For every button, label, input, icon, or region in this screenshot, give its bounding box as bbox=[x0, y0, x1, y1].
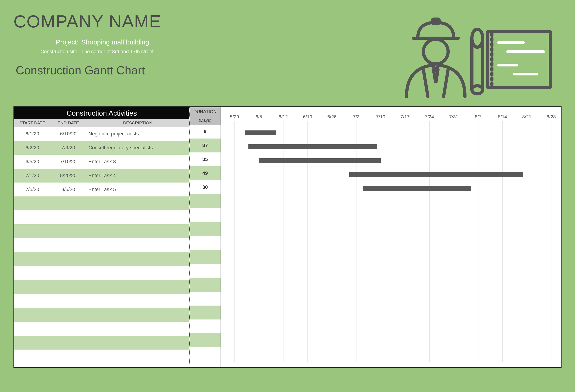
table-row[interactable] bbox=[14, 294, 189, 308]
timeline-tick: 6/5 bbox=[256, 114, 262, 119]
cell-desc: Consult regulatory specialists bbox=[86, 145, 189, 151]
site-row: Construction site: The corner of 3rd and… bbox=[27, 49, 389, 55]
gantt-row bbox=[221, 126, 561, 140]
duration-cell bbox=[190, 278, 220, 292]
site-value: The corner of 3rd and 17th street bbox=[81, 49, 154, 55]
duration-cell bbox=[190, 194, 220, 208]
gantt-row bbox=[221, 335, 561, 349]
table-row[interactable] bbox=[14, 308, 189, 322]
duration-panel: DURATION (Days) 937354930 bbox=[190, 107, 221, 367]
duration-cell bbox=[190, 264, 220, 278]
timeline-tick: 8/28 bbox=[547, 114, 556, 119]
header: COMPANY NAME Project: Shopping mall buil… bbox=[13, 11, 562, 100]
gantt-row bbox=[221, 349, 561, 363]
table-row[interactable] bbox=[14, 252, 189, 266]
duration-cell bbox=[190, 250, 220, 264]
cell-end: 7/10/20 bbox=[50, 159, 86, 164]
cell-desc: Enter Task 4 bbox=[86, 173, 189, 179]
timeline-tick: 8/7 bbox=[475, 114, 481, 119]
table-row[interactable] bbox=[14, 224, 189, 238]
cell-end: 6/10/20 bbox=[50, 131, 86, 137]
table-row[interactable] bbox=[14, 280, 189, 294]
timeline-tick: 8/14 bbox=[498, 114, 507, 119]
cell-start: 6/5/20 bbox=[14, 159, 50, 164]
table-row[interactable] bbox=[14, 349, 189, 364]
gantt-bar[interactable] bbox=[363, 186, 471, 191]
gantt-bar[interactable] bbox=[259, 158, 381, 163]
svg-point-3 bbox=[472, 86, 483, 94]
table-row[interactable]: 6/2/207/9/20Consult regulatory specialis… bbox=[14, 141, 189, 155]
table-row[interactable] bbox=[14, 238, 189, 252]
table-row[interactable] bbox=[14, 210, 189, 224]
site-label: Construction site: bbox=[27, 49, 79, 55]
gantt-row bbox=[221, 196, 561, 209]
activities-panel: Construction Activities START DATE END D… bbox=[14, 107, 190, 367]
table-row[interactable]: 6/5/207/10/20Enter Task 3 bbox=[14, 155, 189, 169]
gantt-panel: 5/296/56/126/196/267/37/107/177/247/318/… bbox=[221, 107, 561, 367]
project-value: Shopping mall building bbox=[81, 38, 149, 46]
duration-cell: 30 bbox=[190, 180, 220, 194]
gantt-row bbox=[221, 140, 561, 154]
svg-rect-4 bbox=[487, 31, 550, 88]
duration-cell: 9 bbox=[190, 125, 220, 138]
gantt-row bbox=[221, 293, 561, 307]
svg-point-1 bbox=[423, 39, 448, 64]
gantt-row bbox=[221, 265, 561, 279]
gantt-row bbox=[221, 154, 561, 168]
duration-cell bbox=[190, 222, 220, 236]
duration-cell bbox=[190, 333, 220, 347]
activity-rows: 6/1/206/10/20Negotiate project costs6/2/… bbox=[14, 127, 189, 364]
table-row[interactable] bbox=[14, 322, 189, 336]
project-row: Project: Shopping mall building bbox=[27, 38, 389, 46]
table-row[interactable]: 6/1/206/10/20Negotiate project costs bbox=[14, 127, 189, 141]
timeline-tick: 7/17 bbox=[401, 114, 410, 119]
table-row[interactable] bbox=[14, 266, 189, 280]
duration-cell bbox=[190, 292, 220, 306]
table-row[interactable]: 7/1/208/20/20Enter Task 4 bbox=[14, 169, 189, 183]
table-row[interactable]: 7/5/208/5/20Enter Task 5 bbox=[14, 183, 189, 196]
cell-end: 7/9/20 bbox=[50, 145, 86, 151]
timeline-tick: 7/31 bbox=[449, 114, 458, 119]
gantt-row bbox=[221, 251, 561, 265]
gantt-row bbox=[221, 307, 561, 321]
gantt-row bbox=[221, 223, 561, 237]
cell-start: 6/1/20 bbox=[14, 131, 50, 137]
chart-title: Construction Gantt Chart bbox=[16, 64, 389, 77]
table-row[interactable] bbox=[14, 196, 189, 210]
gantt-chart-container: Construction Activities START DATE END D… bbox=[13, 106, 562, 368]
col-start-header: START DATE bbox=[14, 120, 50, 125]
timeline-tick: 7/10 bbox=[376, 114, 385, 119]
timeline-tick: 6/26 bbox=[327, 114, 336, 119]
table-row[interactable] bbox=[14, 336, 189, 349]
project-label: Project: bbox=[27, 38, 79, 46]
gantt-timeline-header: 5/296/56/126/196/267/37/107/177/247/318/… bbox=[221, 107, 561, 126]
cell-end: 8/5/20 bbox=[50, 186, 86, 192]
timeline-tick: 7/24 bbox=[425, 114, 434, 119]
cell-desc: Enter Task 3 bbox=[86, 159, 189, 164]
gantt-rows bbox=[221, 126, 561, 363]
duration-cell: 35 bbox=[190, 152, 220, 166]
gantt-row bbox=[221, 279, 561, 293]
column-headers: START DATE END DATE DESCRIPTION bbox=[14, 119, 189, 127]
cell-start: 6/2/20 bbox=[14, 145, 50, 151]
col-desc-header: DESCRIPTION bbox=[86, 120, 189, 125]
gantt-row bbox=[221, 168, 561, 182]
cell-start: 7/5/20 bbox=[14, 186, 50, 192]
header-left: COMPANY NAME Project: Shopping mall buil… bbox=[13, 11, 389, 77]
gantt-row bbox=[221, 209, 561, 223]
engineer-icon bbox=[389, 13, 555, 100]
duration-cell bbox=[190, 236, 220, 250]
gantt-bar[interactable] bbox=[245, 130, 276, 135]
duration-header: DURATION bbox=[190, 107, 220, 118]
duration-cell: 49 bbox=[190, 166, 220, 180]
gantt-bar[interactable] bbox=[349, 172, 523, 177]
gantt-row bbox=[221, 321, 561, 335]
duration-cell bbox=[190, 306, 220, 320]
cell-desc: Enter Task 5 bbox=[86, 186, 189, 192]
gantt-bar[interactable] bbox=[248, 144, 377, 149]
gantt-row bbox=[221, 182, 561, 196]
company-name: COMPANY NAME bbox=[13, 11, 389, 32]
duration-cell bbox=[190, 320, 220, 333]
timeline-tick: 5/29 bbox=[230, 114, 239, 119]
cell-end: 8/20/20 bbox=[50, 173, 86, 179]
